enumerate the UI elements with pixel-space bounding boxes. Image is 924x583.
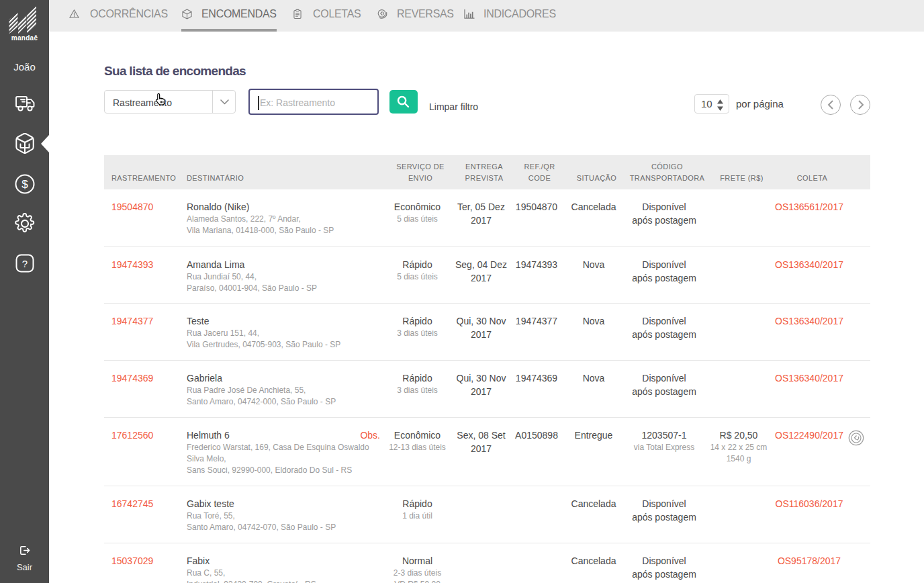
svg-text:$: $	[21, 178, 28, 191]
svg-text:?: ?	[21, 258, 27, 269]
